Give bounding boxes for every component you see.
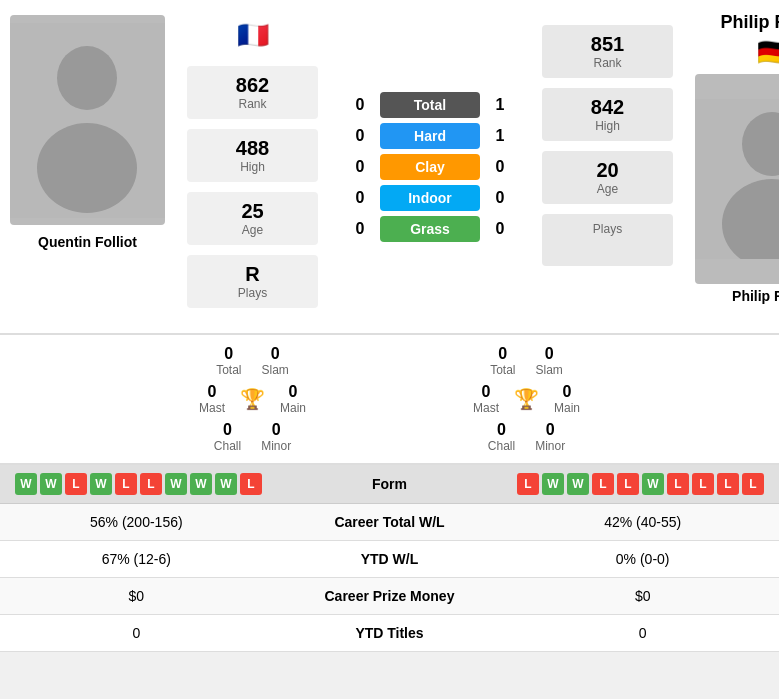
- surface-left-score-3: 0: [340, 189, 380, 207]
- left-minor: 0: [261, 421, 291, 439]
- stat-right-val-2: $0: [506, 578, 779, 615]
- right-trophy-icon: 🏆: [514, 387, 539, 411]
- stat-label-2: Career Prize Money: [273, 578, 507, 615]
- stat-label-0: Career Total W/L: [273, 504, 507, 541]
- right-main-label: Main: [554, 401, 580, 415]
- form-badge: W: [542, 473, 564, 495]
- right-total-label: Total: [490, 363, 515, 377]
- surface-badge-1: Hard: [380, 123, 480, 149]
- form-badge: W: [165, 473, 187, 495]
- right-age-box: 20 Age: [542, 151, 673, 204]
- left-age-value: 25: [202, 200, 303, 223]
- stat-left-val-1: 67% (12-6): [0, 541, 273, 578]
- right-rank-box: 851 Rank: [542, 25, 673, 78]
- surface-right-score-0: 1: [480, 96, 520, 114]
- right-minor-label: Minor: [535, 439, 565, 453]
- stat-left-val-2: $0: [0, 578, 273, 615]
- surface-row-1: 0Hard1: [330, 123, 530, 149]
- form-badge: L: [240, 473, 262, 495]
- svg-point-2: [37, 123, 137, 213]
- left-form-badges: WWLWLLWWWL: [15, 473, 315, 495]
- form-badge: W: [40, 473, 62, 495]
- right-mast: 0: [473, 383, 499, 401]
- stat-right-val-1: 0% (0-0): [506, 541, 779, 578]
- left-mast-label: Mast: [199, 401, 225, 415]
- stat-label-3: YTD Titles: [273, 615, 507, 652]
- left-main: 0: [280, 383, 306, 401]
- stat-right-val-0: 42% (40-55): [506, 504, 779, 541]
- form-badge: L: [65, 473, 87, 495]
- right-flag: 🇩🇪: [757, 37, 780, 68]
- right-rank-value: 851: [557, 33, 658, 56]
- form-badge: L: [617, 473, 639, 495]
- right-total: 0: [490, 345, 515, 363]
- surface-badge-4: Grass: [380, 216, 480, 242]
- left-slam-label: Slam: [262, 363, 289, 377]
- right-age-value: 20: [557, 159, 658, 182]
- form-badge: L: [517, 473, 539, 495]
- right-player-name-bottom: Philip Florig: [732, 288, 779, 304]
- surface-right-score-2: 0: [480, 158, 520, 176]
- stats-row-3: 0 YTD Titles 0: [0, 615, 779, 652]
- surface-left-score-0: 0: [340, 96, 380, 114]
- right-slam-label: Slam: [536, 363, 563, 377]
- right-player-photo: [695, 99, 779, 259]
- left-main-label: Main: [280, 401, 306, 415]
- left-rank-box: 862 Rank: [187, 66, 318, 119]
- form-badge: W: [190, 473, 212, 495]
- form-badge: L: [592, 473, 614, 495]
- surface-row-0: 0Total1: [330, 92, 530, 118]
- right-minor: 0: [535, 421, 565, 439]
- left-player-name: Quentin Folliot: [38, 234, 137, 250]
- surface-right-score-3: 0: [480, 189, 520, 207]
- surface-row-4: 0Grass0: [330, 216, 530, 242]
- right-age-label: Age: [557, 182, 658, 196]
- right-high-label: High: [557, 119, 658, 133]
- left-age-box: 25 Age: [187, 192, 318, 245]
- left-high-value: 488: [202, 137, 303, 160]
- right-form-badges: LWWLLWLLLL: [465, 473, 765, 495]
- surface-row-2: 0Clay0: [330, 154, 530, 180]
- form-badge: W: [215, 473, 237, 495]
- surface-right-score-1: 1: [480, 127, 520, 145]
- right-chall-label: Chall: [488, 439, 515, 453]
- stats-table: 56% (200-156) Career Total W/L 42% (40-5…: [0, 504, 779, 652]
- right-main: 0: [554, 383, 580, 401]
- svg-point-1: [57, 46, 117, 110]
- left-high-label: High: [202, 160, 303, 174]
- left-age-label: Age: [202, 223, 303, 237]
- surface-left-score-1: 0: [340, 127, 380, 145]
- form-badge: W: [90, 473, 112, 495]
- form-badge: W: [567, 473, 589, 495]
- left-mast: 0: [199, 383, 225, 401]
- stats-row-0: 56% (200-156) Career Total W/L 42% (40-5…: [0, 504, 779, 541]
- left-total: 0: [216, 345, 241, 363]
- left-chall: 0: [214, 421, 241, 439]
- main-container: Quentin Folliot 🇫🇷 862 Rank 488 High 25 …: [0, 0, 779, 652]
- form-badge: W: [642, 473, 664, 495]
- stat-left-val-0: 56% (200-156): [0, 504, 273, 541]
- form-badge: L: [115, 473, 137, 495]
- left-total-label: Total: [216, 363, 241, 377]
- form-badge: L: [667, 473, 689, 495]
- right-player-name: Philip Florig: [721, 12, 780, 33]
- right-plays-label: Plays: [557, 222, 658, 236]
- left-trophy-icon: 🏆: [240, 387, 265, 411]
- right-mast-label: Mast: [473, 401, 499, 415]
- left-rank-value: 862: [202, 74, 303, 97]
- form-badge: L: [717, 473, 739, 495]
- left-rank-label: Rank: [202, 97, 303, 111]
- right-high-box: 842 High: [542, 88, 673, 141]
- left-slam: 0: [262, 345, 289, 363]
- stats-row-2: $0 Career Prize Money $0: [0, 578, 779, 615]
- right-plays-box: Plays: [542, 214, 673, 266]
- form-label: Form: [315, 476, 465, 492]
- surface-badge-2: Clay: [380, 154, 480, 180]
- stats-row-1: 67% (12-6) YTD W/L 0% (0-0): [0, 541, 779, 578]
- surface-left-score-2: 0: [340, 158, 380, 176]
- left-chall-label: Chall: [214, 439, 241, 453]
- right-rank-label: Rank: [557, 56, 658, 70]
- surface-right-score-4: 0: [480, 220, 520, 238]
- right-slam: 0: [536, 345, 563, 363]
- left-plays-box: R Plays: [187, 255, 318, 308]
